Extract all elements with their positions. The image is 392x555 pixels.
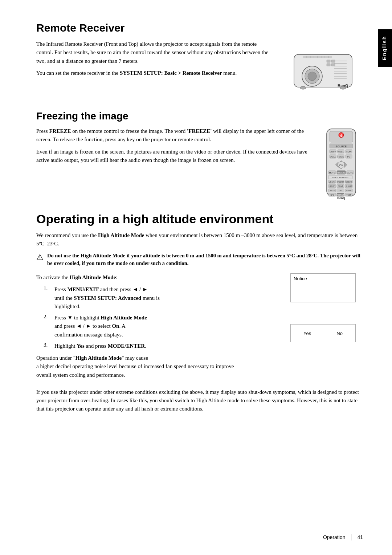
freezing-content: Press FREEZE on the remote control to fr… bbox=[36, 127, 363, 201]
para2-prefix: You can set the remote receiver in the bbox=[36, 70, 120, 76]
footer-page: 41 bbox=[357, 534, 363, 540]
svg-text:CONT: CONT bbox=[338, 185, 343, 187]
alt-p1-pre: We recommend you use the bbox=[36, 232, 98, 238]
altitude-title: Operating in a high altitude environment bbox=[36, 212, 363, 226]
svg-text:BLANK: BLANK bbox=[346, 189, 352, 192]
yesno-box: Yes No bbox=[290, 324, 356, 342]
step-2-text: Press ▼ to highlight High Altitude Mode … bbox=[54, 314, 276, 339]
section-altitude: Operating in a high altitude environment… bbox=[36, 212, 363, 413]
step-3-num: 3. bbox=[44, 342, 51, 350]
act-suf: : bbox=[116, 274, 117, 280]
section-remote-receiver: Remote Receiver The Infrared Remote Rece… bbox=[36, 22, 363, 99]
remote-receiver-title: Remote Receiver bbox=[36, 22, 363, 34]
freeze-p1-mid: on the remote control to freeze the imag… bbox=[71, 128, 187, 134]
freeze-p1-b2: 'FREEZE' bbox=[187, 128, 212, 134]
activation-area: To activate the High Altitude Mode: 1. P… bbox=[36, 273, 363, 383]
freezing-text: Press FREEZE on the remote control to fr… bbox=[36, 127, 309, 168]
step-1-num: 1. bbox=[44, 285, 51, 311]
act-bold: High Altitude Mode bbox=[70, 274, 116, 280]
freeze-p1-pre: Press bbox=[36, 128, 49, 134]
step-3: 3. Highlight Yes and press MODE/ENTER. bbox=[44, 342, 276, 350]
svg-text:VIDEO: VIDEO bbox=[338, 151, 344, 153]
step3-b1: Yes bbox=[77, 343, 85, 349]
svg-text:SOURCE: SOURCE bbox=[336, 145, 347, 148]
svg-point-11 bbox=[308, 72, 317, 81]
notice-label: Notice bbox=[294, 276, 307, 281]
yes-label: Yes bbox=[303, 331, 311, 336]
remote-receiver-content: The Infrared Remote Receiver (Front and … bbox=[36, 40, 363, 99]
step2-b2: On bbox=[112, 323, 119, 329]
alt-p1-bold: High Altitude Mode bbox=[98, 232, 144, 238]
warning-text: Do not use the High Altitude Mode if you… bbox=[47, 252, 363, 268]
step-2: 2. Press ▼ to highlight High Altitude Mo… bbox=[44, 314, 276, 339]
svg-text:MUTE: MUTE bbox=[329, 172, 335, 174]
op-pre: Operation under " bbox=[36, 355, 75, 361]
svg-text:AUTO: AUTO bbox=[347, 172, 354, 174]
remote-receiver-para1: The Infrared Remote Receiver (Front and … bbox=[36, 40, 272, 65]
freezing-para2: Even if an image is frozen on the screen… bbox=[36, 148, 309, 165]
svg-text:TINT: TINT bbox=[338, 189, 342, 192]
svg-text:COLOR: COLOR bbox=[329, 189, 335, 192]
svg-rect-23 bbox=[331, 64, 335, 66]
remote-image-block: ⏻ SOURCE COPY VIDEO HDMI VGA1 bbox=[319, 127, 363, 201]
no-label: No bbox=[336, 331, 343, 336]
para2-suffix: menu. bbox=[222, 70, 237, 76]
projector-illustration: BenQ bbox=[283, 40, 363, 98]
altitude-extreme-para: If you use this projector under other ex… bbox=[36, 388, 363, 413]
svg-text:INFO: INFO bbox=[330, 194, 334, 196]
svg-text:BenQ: BenQ bbox=[337, 196, 345, 200]
activation-intro: To activate the High Altitude Mode: bbox=[36, 273, 276, 282]
svg-rect-20 bbox=[327, 60, 330, 62]
side-tab-label: English bbox=[381, 36, 387, 60]
page: English Remote Receiver The Infrared Rem… bbox=[0, 0, 392, 555]
act-pre: To activate the bbox=[36, 274, 70, 280]
svg-point-26 bbox=[340, 86, 346, 89]
svg-text:OK: OK bbox=[339, 164, 343, 167]
activation-right: Notice Yes No bbox=[290, 273, 363, 342]
svg-text:USER2: USER2 bbox=[337, 181, 344, 183]
remote-illustration: ⏻ SOURCE COPY VIDEO HDMI VGA1 bbox=[319, 127, 363, 200]
operation-note: Operation under "High Altitude Mode" may… bbox=[36, 354, 276, 379]
step1-b2: SYSTEM SETUP: Advanced bbox=[74, 295, 141, 301]
freeze-p1-b1: FREEZE bbox=[49, 128, 71, 134]
side-tab-english: English bbox=[378, 29, 392, 67]
step3-b2: MODE/ENTER bbox=[108, 343, 145, 349]
step2-b1: High Altitude Mode bbox=[101, 315, 147, 321]
svg-rect-22 bbox=[327, 64, 330, 66]
warning-icon: ⚠ bbox=[36, 253, 44, 262]
footer-operation: Operation bbox=[323, 534, 345, 540]
svg-text:VGA1: VGA1 bbox=[330, 156, 336, 158]
freezing-title: Freezing the image bbox=[36, 110, 363, 122]
svg-text:ASPECT: ASPECT bbox=[337, 194, 344, 196]
svg-text:USER3: USER3 bbox=[346, 181, 352, 183]
svg-text:HDMI2: HDMI2 bbox=[338, 156, 344, 158]
svg-rect-21 bbox=[331, 60, 335, 62]
svg-text:COPY: COPY bbox=[330, 151, 336, 153]
para2-bold: SYSTEM SETUP: Basic > Remote Receiver bbox=[120, 70, 222, 76]
footer-divider bbox=[351, 534, 351, 540]
footer: Operation 41 bbox=[323, 534, 363, 540]
op-bold: High Altitude Mode bbox=[75, 355, 122, 361]
svg-text:HDMI: HDMI bbox=[346, 151, 352, 153]
section-freezing: Freezing the image Press FREEZE on the r… bbox=[36, 110, 363, 201]
svg-text:PC: PC bbox=[347, 156, 351, 158]
remote-receiver-para2: You can set the remote receiver in the S… bbox=[36, 69, 272, 77]
step1-b1: MENU/EXIT bbox=[67, 286, 99, 292]
step-1: 1. Press MENU/EXIT and then press ◄ / ► … bbox=[44, 285, 276, 311]
step-2-num: 2. bbox=[44, 314, 51, 339]
notice-box: Notice bbox=[290, 273, 356, 302]
svg-text:FREEZE: FREEZE bbox=[337, 172, 346, 174]
svg-text:SHARP: SHARP bbox=[346, 185, 352, 187]
svg-text:TEST: TEST bbox=[347, 194, 351, 196]
svg-rect-0 bbox=[294, 54, 352, 87]
svg-text:USER1: USER1 bbox=[329, 181, 335, 183]
steps-list: 1. Press MENU/EXIT and then press ◄ / ► … bbox=[44, 285, 276, 350]
svg-point-25 bbox=[300, 86, 306, 89]
svg-text:BGHT: BGHT bbox=[330, 185, 335, 187]
activation-left: To activate the High Altitude Mode: 1. P… bbox=[36, 273, 276, 383]
step-3-text: Highlight Yes and press MODE/ENTER. bbox=[54, 342, 276, 350]
altitude-para1: We recommend you use the High Altitude M… bbox=[36, 231, 363, 248]
svg-text:⏻: ⏻ bbox=[340, 134, 343, 137]
freezing-para1: Press FREEZE on the remote control to fr… bbox=[36, 127, 309, 144]
svg-text:USER MEMORY: USER MEMORY bbox=[332, 176, 348, 179]
